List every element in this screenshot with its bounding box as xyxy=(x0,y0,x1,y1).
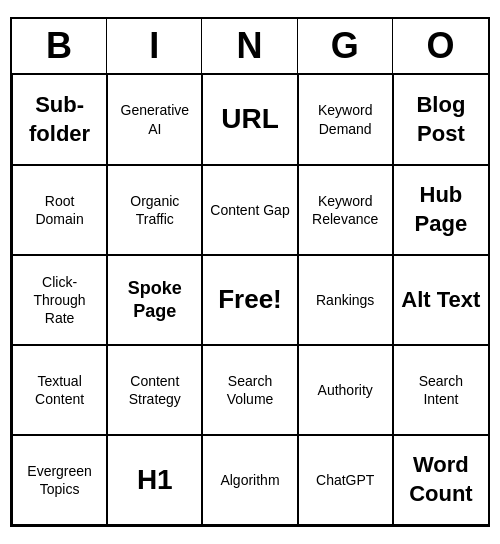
bingo-header: BINGO xyxy=(12,19,488,75)
bingo-cell: Authority xyxy=(298,345,393,435)
bingo-cell: Alt Text xyxy=(393,255,488,345)
bingo-cell: URL xyxy=(202,75,297,165)
bingo-cell: Generative AI xyxy=(107,75,202,165)
bingo-cell: Search Intent xyxy=(393,345,488,435)
header-letter: N xyxy=(202,19,297,73)
bingo-cell: Search Volume xyxy=(202,345,297,435)
header-letter: B xyxy=(12,19,107,73)
bingo-cell: Algorithm xyxy=(202,435,297,525)
bingo-cell: Hub Page xyxy=(393,165,488,255)
bingo-cell: ChatGPT xyxy=(298,435,393,525)
bingo-cell: Word Count xyxy=(393,435,488,525)
bingo-cell: Keyword Demand xyxy=(298,75,393,165)
bingo-grid: Sub-folderGenerative AIURLKeyword Demand… xyxy=(12,75,488,525)
bingo-cell: Evergreen Topics xyxy=(12,435,107,525)
bingo-cell: Spoke Page xyxy=(107,255,202,345)
header-letter: O xyxy=(393,19,488,73)
bingo-card: BINGO Sub-folderGenerative AIURLKeyword … xyxy=(10,17,490,527)
bingo-cell: H1 xyxy=(107,435,202,525)
bingo-cell: Textual Content xyxy=(12,345,107,435)
bingo-cell: Organic Traffic xyxy=(107,165,202,255)
bingo-cell: Root Domain xyxy=(12,165,107,255)
bingo-cell: Rankings xyxy=(298,255,393,345)
bingo-cell: Content Gap xyxy=(202,165,297,255)
bingo-cell: Click-Through Rate xyxy=(12,255,107,345)
header-letter: I xyxy=(107,19,202,73)
bingo-cell: Blog Post xyxy=(393,75,488,165)
bingo-cell: Sub-folder xyxy=(12,75,107,165)
header-letter: G xyxy=(298,19,393,73)
bingo-cell: Content Strategy xyxy=(107,345,202,435)
bingo-cell: Keyword Relevance xyxy=(298,165,393,255)
bingo-cell: Free! xyxy=(202,255,297,345)
